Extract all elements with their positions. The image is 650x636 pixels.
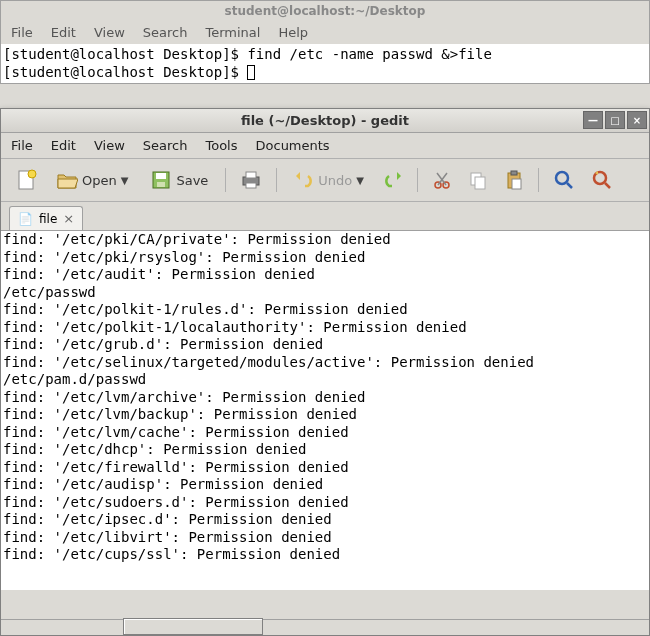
- terminal-prompt: [student@localhost Desktop]$: [3, 46, 247, 62]
- close-button[interactable]: ×: [627, 111, 647, 129]
- chevron-down-icon: ▼: [356, 175, 364, 186]
- save-label: Save: [176, 173, 208, 188]
- menu-search[interactable]: Search: [143, 138, 188, 153]
- terminal-title: student@localhost:~/Desktop: [225, 4, 426, 18]
- menu-tools[interactable]: Tools: [205, 138, 237, 153]
- copy-icon: [468, 170, 488, 190]
- open-button[interactable]: Open ▼: [47, 165, 137, 195]
- minimize-button[interactable]: —: [583, 111, 603, 129]
- terminal-cursor: [247, 65, 255, 80]
- tab-close-icon[interactable]: ×: [63, 211, 74, 226]
- svg-point-15: [556, 172, 568, 184]
- menu-view[interactable]: View: [94, 138, 125, 153]
- toolbar: Open ▼ Save Undo ▼: [1, 159, 649, 202]
- undo-label: Undo: [318, 173, 352, 188]
- menu-help[interactable]: Help: [278, 25, 308, 40]
- menu-file[interactable]: File: [11, 138, 33, 153]
- editor-body[interactable]: find: '/etc/pki/CA/private': Permission …: [1, 230, 649, 590]
- svg-point-1: [28, 170, 36, 178]
- menu-documents[interactable]: Documents: [256, 138, 330, 153]
- cut-button[interactable]: [426, 166, 458, 194]
- open-label: Open: [82, 173, 117, 188]
- separator: [225, 168, 226, 192]
- tab-label: file: [39, 212, 57, 226]
- find-replace-icon: [591, 169, 613, 191]
- gedit-menubar: File Edit View Search Tools Documents: [1, 133, 649, 159]
- save-button[interactable]: Save: [141, 165, 217, 195]
- menu-edit[interactable]: Edit: [51, 25, 76, 40]
- find-replace-button[interactable]: [585, 165, 619, 195]
- svg-rect-4: [157, 182, 165, 187]
- open-folder-icon: [56, 169, 78, 191]
- redo-arrow-icon: [383, 170, 403, 190]
- taskbar-item[interactable]: [123, 618, 263, 635]
- undo-arrow-icon: [294, 170, 314, 190]
- new-button[interactable]: [9, 165, 43, 195]
- svg-rect-14: [512, 179, 521, 189]
- redo-button[interactable]: [377, 166, 409, 194]
- menu-edit[interactable]: Edit: [51, 138, 76, 153]
- tab-bar: 📄 file ×: [1, 202, 649, 230]
- terminal-menubar: File Edit View Search Terminal Help: [1, 21, 649, 44]
- save-floppy-icon: [150, 169, 172, 191]
- gedit-title: file (~/Desktop) - gedit: [241, 113, 409, 128]
- svg-rect-13: [511, 171, 517, 175]
- search-icon: [553, 169, 575, 191]
- find-button[interactable]: [547, 165, 581, 195]
- gedit-window: file (~/Desktop) - gedit — □ × File Edit…: [0, 108, 650, 636]
- chevron-down-icon: ▼: [121, 175, 129, 186]
- svg-rect-11: [475, 177, 485, 189]
- svg-rect-3: [156, 173, 166, 179]
- terminal-titlebar: student@localhost:~/Desktop: [1, 1, 649, 21]
- terminal-window: student@localhost:~/Desktop File Edit Vi…: [0, 0, 650, 84]
- terminal-body[interactable]: [student@localhost Desktop]$ find /etc -…: [1, 44, 649, 83]
- terminal-prompt: [student@localhost Desktop]$: [3, 64, 247, 80]
- new-file-icon: [15, 169, 37, 191]
- copy-button[interactable]: [462, 166, 494, 194]
- scissors-icon: [432, 170, 452, 190]
- separator: [538, 168, 539, 192]
- window-controls: — □ ×: [583, 111, 647, 129]
- gedit-titlebar[interactable]: file (~/Desktop) - gedit — □ ×: [1, 109, 649, 133]
- paste-button[interactable]: [498, 166, 530, 194]
- undo-button[interactable]: Undo ▼: [285, 166, 373, 194]
- print-button[interactable]: [234, 165, 268, 195]
- svg-rect-7: [246, 183, 256, 188]
- svg-rect-6: [246, 172, 256, 178]
- menu-view[interactable]: View: [94, 25, 125, 40]
- clipboard-icon: [504, 170, 524, 190]
- file-icon: 📄: [18, 212, 33, 226]
- separator: [417, 168, 418, 192]
- menu-file[interactable]: File: [11, 25, 33, 40]
- status-bar: [1, 619, 649, 635]
- terminal-cmd: find /etc -name passwd &>file: [247, 46, 491, 62]
- separator: [276, 168, 277, 192]
- printer-icon: [240, 169, 262, 191]
- menu-search[interactable]: Search: [143, 25, 188, 40]
- maximize-button[interactable]: □: [605, 111, 625, 129]
- svg-point-16: [594, 172, 606, 184]
- menu-terminal[interactable]: Terminal: [205, 25, 260, 40]
- tab-file[interactable]: 📄 file ×: [9, 206, 83, 230]
